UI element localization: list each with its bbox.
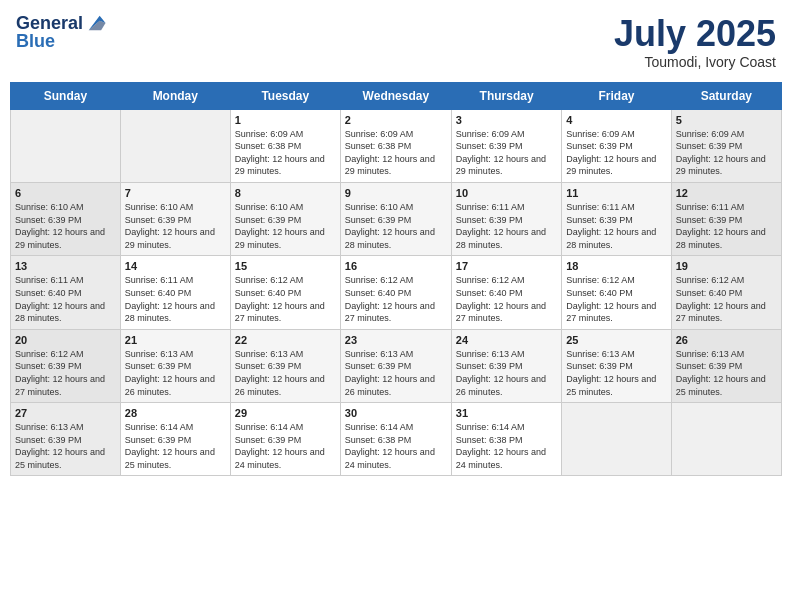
day-info: Sunrise: 6:10 AMSunset: 6:39 PMDaylight:… <box>235 201 336 251</box>
day-number: 18 <box>566 260 666 272</box>
calendar-cell: 30Sunrise: 6:14 AMSunset: 6:38 PMDayligh… <box>340 403 451 476</box>
day-info: Sunrise: 6:14 AMSunset: 6:39 PMDaylight:… <box>125 421 226 471</box>
calendar-cell: 4Sunrise: 6:09 AMSunset: 6:39 PMDaylight… <box>562 109 671 182</box>
day-number: 14 <box>125 260 226 272</box>
calendar-cell: 26Sunrise: 6:13 AMSunset: 6:39 PMDayligh… <box>671 329 781 402</box>
day-number: 13 <box>15 260 116 272</box>
calendar-cell: 13Sunrise: 6:11 AMSunset: 6:40 PMDayligh… <box>11 256 121 329</box>
calendar-cell: 8Sunrise: 6:10 AMSunset: 6:39 PMDaylight… <box>230 182 340 255</box>
calendar-cell <box>562 403 671 476</box>
day-info: Sunrise: 6:09 AMSunset: 6:39 PMDaylight:… <box>456 128 557 178</box>
day-number: 4 <box>566 114 666 126</box>
calendar-cell: 2Sunrise: 6:09 AMSunset: 6:38 PMDaylight… <box>340 109 451 182</box>
calendar-cell: 25Sunrise: 6:13 AMSunset: 6:39 PMDayligh… <box>562 329 671 402</box>
day-info: Sunrise: 6:11 AMSunset: 6:39 PMDaylight:… <box>456 201 557 251</box>
day-number: 28 <box>125 407 226 419</box>
calendar-cell <box>11 109 121 182</box>
calendar-cell: 12Sunrise: 6:11 AMSunset: 6:39 PMDayligh… <box>671 182 781 255</box>
month-title: July 2025 <box>614 14 776 54</box>
calendar-week-row: 27Sunrise: 6:13 AMSunset: 6:39 PMDayligh… <box>11 403 782 476</box>
logo-text-blue: Blue <box>16 32 107 52</box>
day-number: 17 <box>456 260 557 272</box>
day-number: 20 <box>15 334 116 346</box>
calendar-week-row: 13Sunrise: 6:11 AMSunset: 6:40 PMDayligh… <box>11 256 782 329</box>
day-number: 3 <box>456 114 557 126</box>
calendar-cell: 31Sunrise: 6:14 AMSunset: 6:38 PMDayligh… <box>451 403 561 476</box>
day-number: 11 <box>566 187 666 199</box>
calendar-cell: 15Sunrise: 6:12 AMSunset: 6:40 PMDayligh… <box>230 256 340 329</box>
day-info: Sunrise: 6:12 AMSunset: 6:40 PMDaylight:… <box>676 274 777 324</box>
calendar-cell: 23Sunrise: 6:13 AMSunset: 6:39 PMDayligh… <box>340 329 451 402</box>
calendar-week-row: 20Sunrise: 6:12 AMSunset: 6:39 PMDayligh… <box>11 329 782 402</box>
day-info: Sunrise: 6:14 AMSunset: 6:38 PMDaylight:… <box>345 421 447 471</box>
day-info: Sunrise: 6:13 AMSunset: 6:39 PMDaylight:… <box>15 421 116 471</box>
day-number: 15 <box>235 260 336 272</box>
day-info: Sunrise: 6:12 AMSunset: 6:40 PMDaylight:… <box>345 274 447 324</box>
day-info: Sunrise: 6:11 AMSunset: 6:39 PMDaylight:… <box>676 201 777 251</box>
calendar-cell: 3Sunrise: 6:09 AMSunset: 6:39 PMDaylight… <box>451 109 561 182</box>
day-info: Sunrise: 6:11 AMSunset: 6:40 PMDaylight:… <box>15 274 116 324</box>
col-tuesday: Tuesday <box>230 82 340 109</box>
calendar-cell: 19Sunrise: 6:12 AMSunset: 6:40 PMDayligh… <box>671 256 781 329</box>
calendar-cell: 28Sunrise: 6:14 AMSunset: 6:39 PMDayligh… <box>120 403 230 476</box>
day-info: Sunrise: 6:13 AMSunset: 6:39 PMDaylight:… <box>235 348 336 398</box>
day-info: Sunrise: 6:09 AMSunset: 6:39 PMDaylight:… <box>566 128 666 178</box>
day-info: Sunrise: 6:10 AMSunset: 6:39 PMDaylight:… <box>15 201 116 251</box>
day-number: 24 <box>456 334 557 346</box>
day-info: Sunrise: 6:09 AMSunset: 6:39 PMDaylight:… <box>676 128 777 178</box>
calendar-week-row: 1Sunrise: 6:09 AMSunset: 6:38 PMDaylight… <box>11 109 782 182</box>
calendar-cell: 6Sunrise: 6:10 AMSunset: 6:39 PMDaylight… <box>11 182 121 255</box>
day-number: 1 <box>235 114 336 126</box>
day-number: 23 <box>345 334 447 346</box>
calendar-cell <box>120 109 230 182</box>
calendar-cell: 20Sunrise: 6:12 AMSunset: 6:39 PMDayligh… <box>11 329 121 402</box>
calendar-cell: 17Sunrise: 6:12 AMSunset: 6:40 PMDayligh… <box>451 256 561 329</box>
day-info: Sunrise: 6:14 AMSunset: 6:39 PMDaylight:… <box>235 421 336 471</box>
calendar-cell <box>671 403 781 476</box>
day-info: Sunrise: 6:11 AMSunset: 6:40 PMDaylight:… <box>125 274 226 324</box>
day-number: 31 <box>456 407 557 419</box>
day-number: 8 <box>235 187 336 199</box>
day-number: 21 <box>125 334 226 346</box>
calendar-cell: 5Sunrise: 6:09 AMSunset: 6:39 PMDaylight… <box>671 109 781 182</box>
col-friday: Friday <box>562 82 671 109</box>
day-info: Sunrise: 6:12 AMSunset: 6:40 PMDaylight:… <box>456 274 557 324</box>
col-sunday: Sunday <box>11 82 121 109</box>
day-info: Sunrise: 6:10 AMSunset: 6:39 PMDaylight:… <box>125 201 226 251</box>
day-number: 22 <box>235 334 336 346</box>
day-number: 10 <box>456 187 557 199</box>
day-number: 26 <box>676 334 777 346</box>
col-monday: Monday <box>120 82 230 109</box>
day-info: Sunrise: 6:13 AMSunset: 6:39 PMDaylight:… <box>125 348 226 398</box>
calendar-cell: 24Sunrise: 6:13 AMSunset: 6:39 PMDayligh… <box>451 329 561 402</box>
calendar-cell: 7Sunrise: 6:10 AMSunset: 6:39 PMDaylight… <box>120 182 230 255</box>
day-number: 2 <box>345 114 447 126</box>
day-number: 27 <box>15 407 116 419</box>
calendar-cell: 22Sunrise: 6:13 AMSunset: 6:39 PMDayligh… <box>230 329 340 402</box>
title-block: July 2025 Toumodi, Ivory Coast <box>614 14 776 70</box>
day-number: 12 <box>676 187 777 199</box>
calendar-page: General Blue July 2025 Toumodi, Ivory Co… <box>0 0 792 612</box>
col-saturday: Saturday <box>671 82 781 109</box>
calendar-cell: 14Sunrise: 6:11 AMSunset: 6:40 PMDayligh… <box>120 256 230 329</box>
day-info: Sunrise: 6:09 AMSunset: 6:38 PMDaylight:… <box>235 128 336 178</box>
day-number: 25 <box>566 334 666 346</box>
logo: General Blue <box>16 14 107 52</box>
day-info: Sunrise: 6:10 AMSunset: 6:39 PMDaylight:… <box>345 201 447 251</box>
day-number: 5 <box>676 114 777 126</box>
day-info: Sunrise: 6:09 AMSunset: 6:38 PMDaylight:… <box>345 128 447 178</box>
day-info: Sunrise: 6:12 AMSunset: 6:40 PMDaylight:… <box>566 274 666 324</box>
day-info: Sunrise: 6:12 AMSunset: 6:39 PMDaylight:… <box>15 348 116 398</box>
calendar-cell: 27Sunrise: 6:13 AMSunset: 6:39 PMDayligh… <box>11 403 121 476</box>
day-info: Sunrise: 6:12 AMSunset: 6:40 PMDaylight:… <box>235 274 336 324</box>
calendar-cell: 21Sunrise: 6:13 AMSunset: 6:39 PMDayligh… <box>120 329 230 402</box>
col-thursday: Thursday <box>451 82 561 109</box>
calendar-cell: 11Sunrise: 6:11 AMSunset: 6:39 PMDayligh… <box>562 182 671 255</box>
calendar-cell: 29Sunrise: 6:14 AMSunset: 6:39 PMDayligh… <box>230 403 340 476</box>
day-number: 16 <box>345 260 447 272</box>
calendar-cell: 18Sunrise: 6:12 AMSunset: 6:40 PMDayligh… <box>562 256 671 329</box>
day-number: 30 <box>345 407 447 419</box>
calendar-cell: 10Sunrise: 6:11 AMSunset: 6:39 PMDayligh… <box>451 182 561 255</box>
calendar-table: Sunday Monday Tuesday Wednesday Thursday… <box>10 82 782 477</box>
calendar-cell: 16Sunrise: 6:12 AMSunset: 6:40 PMDayligh… <box>340 256 451 329</box>
